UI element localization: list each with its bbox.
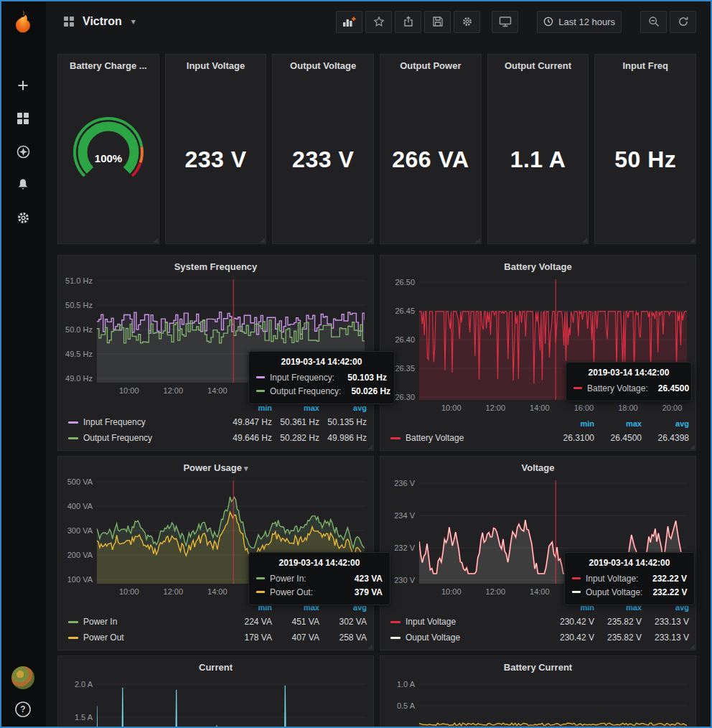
legend-col-header[interactable]: min (225, 403, 272, 412)
dashboard-title: Victron (83, 15, 122, 28)
legend-series[interactable]: Battery Voltage26.310026.450026.4398 (390, 430, 689, 446)
tooltip-series-label: Ouput Voltage: (586, 587, 642, 597)
panel-title[interactable]: Current (58, 662, 373, 673)
help-button[interactable]: ? (0, 701, 46, 718)
legend: minmaxavgInput Frequency49.847 Hz50.361 … (68, 401, 367, 446)
tooltip-timestamp: 2019-03-14 14:42:00 (573, 368, 684, 378)
panel-input-voltage: Input Voltage 233 V (165, 54, 267, 244)
legend-series[interactable]: Ouput Voltage230.42 V235.82 V233.13 V (390, 630, 689, 645)
panel-title[interactable]: Voltage (380, 462, 695, 473)
panel-title[interactable]: Output Voltage (273, 60, 373, 71)
panel-title[interactable]: System Frequency (58, 261, 373, 272)
legend-stat-value: 178 VA (225, 633, 272, 643)
legend-col-header[interactable]: min (547, 419, 594, 428)
tooltip-series-label: Input Frequency: (270, 373, 334, 383)
series-color-dash (256, 577, 265, 579)
x-axis-label: 10:00 (112, 587, 146, 596)
legend-stat-value: 26.4398 (642, 433, 689, 443)
legend-stat-value: 258 VA (319, 633, 367, 643)
sidebar-item-explore[interactable] (0, 135, 46, 168)
series-color-dash (390, 437, 400, 439)
y-axis-label: 50.5 Hz (60, 301, 93, 309)
legend-stat-value: 49.847 Hz (225, 417, 272, 427)
monitor-icon (499, 16, 512, 27)
gauge-value: 100% (95, 152, 122, 164)
x-axis-label: 14:00 (523, 403, 557, 412)
panel-title[interactable]: Output Power (380, 60, 481, 71)
y-axis-label: 1.0 A (382, 680, 415, 689)
dashboard-settings-button[interactable] (454, 11, 480, 33)
legend-series[interactable]: Output Frequency49.646 Hz50.282 Hz49.986… (68, 430, 367, 446)
zoom-out-button[interactable] (640, 11, 667, 33)
legend-series[interactable]: Input Voltage230.42 V235.82 V233.13 V (390, 614, 689, 630)
legend-col-header[interactable]: max (272, 403, 319, 412)
legend-series[interactable]: Input Frequency49.847 Hz50.361 Hz50.135 … (68, 414, 367, 430)
graphs-row-1: System Frequency51.0 Hz50.5 Hz50.0 Hz49.… (57, 255, 696, 451)
legend-stat-value: 302 VA (319, 617, 367, 627)
tooltip-series-row: Ouput Voltage:232.22 V (572, 585, 687, 599)
graphs-row-3: Current2.0 A1.5 A Battery Current1.0 A0.… (57, 655, 696, 728)
dashboards-grid-icon (63, 16, 75, 27)
legend-col-header[interactable]: max (594, 419, 642, 428)
sidebar: ? (0, 0, 46, 728)
legend-col-header[interactable]: avg (642, 419, 689, 428)
user-avatar[interactable] (11, 666, 34, 689)
panel-title[interactable]: Battery Voltage (380, 261, 695, 272)
star-button[interactable] (365, 11, 392, 33)
chart-plot[interactable] (419, 680, 687, 728)
panel-output-power: Output Power 266 VA (380, 54, 482, 244)
help-question-icon: ? (14, 701, 32, 718)
panel-title[interactable]: Input Freq (595, 60, 695, 71)
sidebar-item-dashboards[interactable] (0, 102, 46, 135)
save-button[interactable] (424, 11, 451, 33)
legend-series[interactable]: Power In224 VA451 VA302 VA (68, 614, 367, 630)
x-axis-label: 10:00 (112, 386, 146, 395)
legend-series-name: Output Frequency (83, 433, 152, 443)
refresh-button[interactable] (670, 11, 696, 33)
tooltip-series-value: 423 VA (345, 574, 383, 584)
star-icon (373, 16, 385, 27)
sidebar-bottom: ? (0, 666, 46, 718)
refresh-icon (678, 16, 689, 27)
panel-title[interactable]: Output Current (488, 60, 589, 71)
panel-title[interactable]: Power Usage ▾ (58, 462, 373, 473)
panel-title[interactable]: Battery Charge ... (58, 60, 159, 71)
tooltip-series-value: 50.026 Hz (341, 386, 390, 396)
tooltip-series-row: Input Frequency:50.103 Hz (256, 370, 387, 384)
stat-value: 233 V (273, 146, 373, 173)
y-axis-label: 2.0 A (60, 680, 93, 689)
x-axis-label: 12:00 (478, 587, 512, 596)
panel-title[interactable]: Battery Current (380, 662, 695, 673)
time-range-label: Last 12 hours (558, 17, 615, 27)
graph-tooltip: 2019-03-14 14:42:00Power In:423 VAPower … (248, 552, 390, 605)
tooltip-series-row: Output Frequency:50.026 Hz (256, 384, 387, 398)
y-axis-label: 200 VA (60, 551, 93, 559)
grafana-logo[interactable] (0, 0, 46, 45)
x-axis-label: 14:00 (523, 587, 557, 596)
legend-col-header[interactable]: avg (319, 403, 367, 412)
legend: minmaxavgPower In224 VA451 VA302 VAPower… (68, 601, 367, 645)
x-axis-label: 16:00 (566, 403, 601, 412)
stat-value: 233 V (166, 146, 266, 173)
panel-battery-voltage: Battery Voltage26.5026.4526.4026.3526.30… (380, 255, 696, 451)
legend-series[interactable]: Power Out178 VA407 VA258 VA (68, 630, 367, 645)
dashboard-title-picker[interactable]: Victron ▾ (63, 15, 136, 28)
sidebar-item-alerting[interactable] (0, 168, 46, 201)
add-panel-button[interactable] (336, 11, 362, 33)
panel-title[interactable]: Input Voltage (166, 60, 266, 71)
navbar: Victron ▾ Last 12 hours (46, 0, 712, 43)
share-button[interactable] (395, 11, 421, 33)
y-axis-label: 26.50 (382, 278, 415, 286)
y-axis-label: 50.0 Hz (60, 325, 93, 334)
legend-series-name: Input Frequency (83, 417, 146, 427)
plus-icon (16, 78, 30, 93)
tooltip-series-label: Power Out: (270, 587, 313, 597)
share-icon (403, 16, 414, 27)
sidebar-item-configuration[interactable] (0, 201, 46, 234)
chart-plot[interactable] (97, 680, 365, 728)
sidebar-item-create[interactable] (0, 69, 46, 102)
panel-battery-charge: Battery Charge ... 100% (57, 54, 159, 244)
cycle-view-button[interactable] (492, 11, 518, 33)
legend-series-name: Battery Voltage (406, 433, 464, 443)
time-range-button[interactable]: Last 12 hours (537, 11, 622, 33)
